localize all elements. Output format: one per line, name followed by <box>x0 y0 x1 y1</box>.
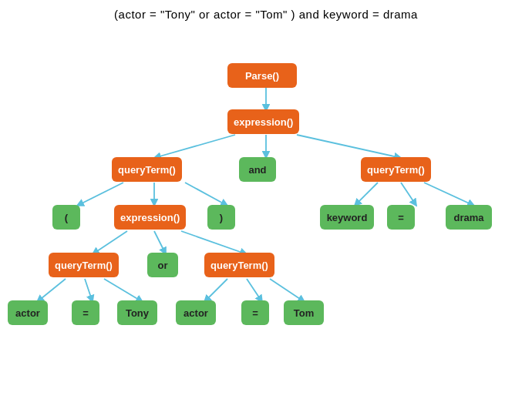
svg-line-12 <box>181 231 247 254</box>
node-tony: Tony <box>117 300 157 325</box>
node-rparen: ) <box>207 205 235 230</box>
node-lparen: ( <box>52 205 80 230</box>
svg-line-4 <box>77 183 123 206</box>
node-queryterm-left: queryTerm() <box>112 157 182 182</box>
node-queryterm-lr: queryTerm() <box>204 253 274 277</box>
svg-line-17 <box>247 279 262 302</box>
svg-line-11 <box>154 231 166 254</box>
svg-line-8 <box>401 183 416 206</box>
svg-line-3 <box>297 135 401 158</box>
svg-line-7 <box>355 183 378 206</box>
node-expression-top: expression() <box>227 109 299 134</box>
svg-line-16 <box>204 279 227 302</box>
node-or: or <box>147 253 178 277</box>
svg-line-1 <box>154 135 235 158</box>
svg-line-6 <box>185 183 227 206</box>
node-parse: Parse() <box>227 63 297 88</box>
node-actor-ll: actor <box>8 300 48 325</box>
node-eq-right: = <box>387 205 415 230</box>
svg-line-15 <box>104 279 143 302</box>
svg-line-9 <box>424 183 474 206</box>
node-and: and <box>239 157 276 182</box>
tree-diagram: Parse() expression() queryTerm() and que… <box>0 25 532 387</box>
title: (actor = "Tony" or actor = "Tom" ) and k… <box>0 0 532 25</box>
svg-line-10 <box>93 231 127 254</box>
node-eq-lr: = <box>241 300 269 325</box>
node-actor-lr: actor <box>176 300 216 325</box>
node-queryterm-ll: queryTerm() <box>49 253 119 277</box>
node-tom: Tom <box>284 300 324 325</box>
node-eq-ll: = <box>72 300 99 325</box>
node-drama: drama <box>446 205 492 230</box>
svg-line-13 <box>37 279 66 302</box>
node-expression-mid: expression() <box>114 205 186 230</box>
node-queryterm-right: queryTerm() <box>361 157 431 182</box>
node-keyword: keyword <box>320 205 374 230</box>
svg-line-18 <box>270 279 305 302</box>
svg-line-14 <box>85 279 93 302</box>
